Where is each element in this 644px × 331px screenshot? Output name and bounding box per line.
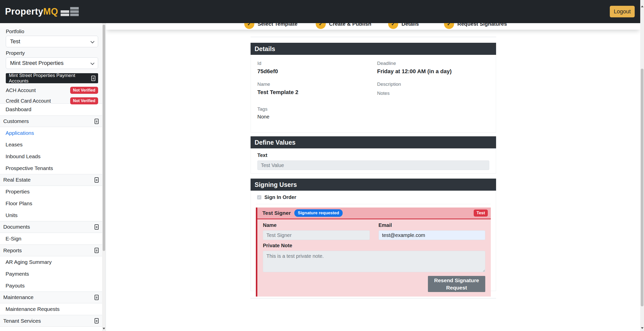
logo-text: PropertyMQ	[5, 6, 58, 17]
description-label: Description	[377, 81, 489, 87]
signer-name-input[interactable]	[263, 230, 370, 240]
sidebar-section-tenant-services[interactable]: Tenant Services	[0, 315, 106, 327]
sidebar-item-floor-plans[interactable]: Floor Plans	[0, 198, 106, 210]
page-scrollbar[interactable]	[640, 0, 644, 331]
divider	[251, 298, 496, 299]
sidebar-scrollbar-thumb[interactable]	[103, 25, 105, 251]
signing-users-section-body: ✓ Sign In Order Test Signer Signature re…	[251, 191, 496, 291]
sidebar-item-applications[interactable]: Applications	[0, 127, 106, 139]
name-label: Name	[257, 81, 370, 87]
sidebar-section-documents[interactable]: Documents	[0, 221, 106, 233]
sidebar-item-payouts[interactable]: Payouts	[0, 280, 106, 292]
payment-accounts-header[interactable]: Mint Street Properties Payment Accounts	[6, 73, 98, 83]
signer-display-name: Test Signer	[262, 210, 291, 216]
name-value: Test Template 2	[257, 89, 370, 96]
signer-card-header: Test Signer Signature requested Test	[257, 208, 491, 219]
payment-account-row: Credit Card Account Not Verified	[6, 97, 98, 104]
scroll-down-icon[interactable]	[641, 327, 643, 329]
details-section-body: Id 75d6ef0 Deadline Friday at 12:00 AM (…	[251, 55, 496, 133]
document-icon	[95, 224, 99, 230]
define-values-section-body: Text	[251, 148, 496, 174]
sidebar-item-e-sign[interactable]: E-Sign	[0, 233, 106, 245]
ach-account-label: ACH Account	[6, 88, 36, 93]
text-value-input[interactable]	[257, 160, 489, 170]
field-tags: Tags None	[257, 106, 370, 120]
page-scrollbar-thumb[interactable]	[641, 69, 643, 306]
resend-signature-request-button[interactable]: Resend Signature Request	[428, 276, 485, 292]
divider	[251, 37, 496, 37]
signer-email-field: Email	[379, 222, 486, 240]
signing-users-section-header: Signing Users	[251, 179, 496, 191]
divider	[256, 204, 491, 204]
sidebar-item-prospective-tenants[interactable]: Prospective Tenants	[0, 162, 106, 174]
private-note-label: Private Note	[263, 243, 485, 249]
notes-label: Notes	[377, 91, 489, 96]
document-icon	[95, 295, 99, 300]
property-value: Mint Street Properties	[10, 60, 64, 66]
sidebar-item-maintenance-requests[interactable]: Maintenance Requests	[0, 303, 106, 315]
scroll-down-icon[interactable]	[103, 328, 105, 329]
sidebar-section-customers[interactable]: Customers	[0, 115, 106, 127]
sign-in-order-checkbox[interactable]: ✓	[257, 195, 261, 199]
chevron-down-icon	[91, 39, 95, 44]
bar-chart-icon	[61, 7, 79, 16]
details-title: Details	[255, 45, 275, 53]
sidebar-controls: Portfolio Test Property Mint Street Prop…	[0, 23, 106, 104]
portfolio-value: Test	[10, 38, 20, 45]
text-field-label: Text	[257, 152, 489, 158]
not-verified-badge: Not Verified	[70, 97, 98, 104]
sidebar-item-payments[interactable]: Payments	[0, 268, 106, 280]
chevron-down-icon	[91, 61, 95, 65]
signer-card-body: Name Email Private Note This is a test p…	[257, 219, 491, 297]
id-value: 75d6ef0	[257, 68, 370, 75]
scroll-up-icon[interactable]	[641, 6, 643, 7]
sidebar-section-maintenance[interactable]: Maintenance	[0, 292, 106, 303]
sidebar-item-dashboard[interactable]: Dashboard	[0, 104, 106, 115]
credit-card-account-label: Credit Card Account	[6, 98, 51, 104]
tags-label: Tags	[257, 106, 370, 112]
sidebar-item-properties[interactable]: Properties	[0, 186, 106, 198]
not-verified-badge: Not Verified	[70, 87, 98, 94]
sidebar-item-inbound-leads[interactable]: Inbound Leads	[0, 151, 106, 162]
top-navbar: PropertyMQ Logout	[0, 0, 640, 23]
deadline-value: Friday at 12:00 AM (in a day)	[377, 68, 489, 75]
private-note-textarea[interactable]: This is a test private note.	[263, 251, 485, 272]
property-label: Property	[6, 50, 98, 56]
field-id: Id 75d6ef0	[257, 61, 370, 75]
logout-button[interactable]: Logout	[610, 6, 635, 17]
sidebar: Portfolio Test Property Mint Street Prop…	[0, 23, 106, 331]
document-icon	[95, 248, 99, 253]
sidebar-section-real-estate[interactable]: Real Estate	[0, 174, 106, 186]
deadline-label: Deadline	[377, 61, 489, 66]
sidebar-item-leases[interactable]: Leases	[0, 139, 106, 151]
sidebar-section-reports[interactable]: Reports	[0, 244, 106, 256]
signer-email-input[interactable]	[379, 230, 486, 240]
id-label: Id	[257, 61, 370, 66]
portfolio-label: Portfolio	[6, 29, 98, 34]
payment-account-row: ACH Account Not Verified	[6, 87, 98, 94]
sidebar-item-ar-aging-summary[interactable]: AR Aging Summary	[0, 256, 106, 268]
signer-card: Test Signer Signature requested Test Nam…	[256, 208, 491, 297]
tags-value: None	[257, 114, 370, 120]
sign-in-order-label: Sign In Order	[264, 194, 296, 200]
field-name: Name Test Template 2	[257, 81, 370, 100]
signature-requested-badge: Signature requested	[294, 209, 343, 217]
payment-accounts-title: Mint Street Properties Payment Accounts	[9, 73, 91, 84]
sidebar-scrollbar[interactable]	[102, 23, 106, 331]
details-section-header: Details	[251, 43, 496, 55]
define-values-section-header: Define Values	[251, 136, 496, 148]
main-content: ✓ Select Template ✓ Create & Publish ✓ D…	[106, 0, 640, 331]
sign-in-order-row: ✓ Sign In Order	[256, 194, 491, 200]
document-icon	[95, 318, 99, 323]
field-deadline: Deadline Friday at 12:00 AM (in a day)	[377, 61, 489, 75]
portfolio-select[interactable]: Test	[6, 36, 98, 47]
sidebar-item-units[interactable]: Units	[0, 209, 106, 221]
signer-name-field: Name	[263, 222, 370, 240]
field-description-notes: Description Notes	[377, 81, 489, 100]
document-icon	[91, 76, 95, 81]
propertymq-logo[interactable]: PropertyMQ	[5, 6, 79, 17]
signing-users-title: Signing Users	[255, 181, 297, 188]
test-env-badge: Test	[474, 210, 488, 217]
property-select[interactable]: Mint Street Properties	[6, 57, 98, 69]
signer-email-label: Email	[379, 222, 486, 228]
